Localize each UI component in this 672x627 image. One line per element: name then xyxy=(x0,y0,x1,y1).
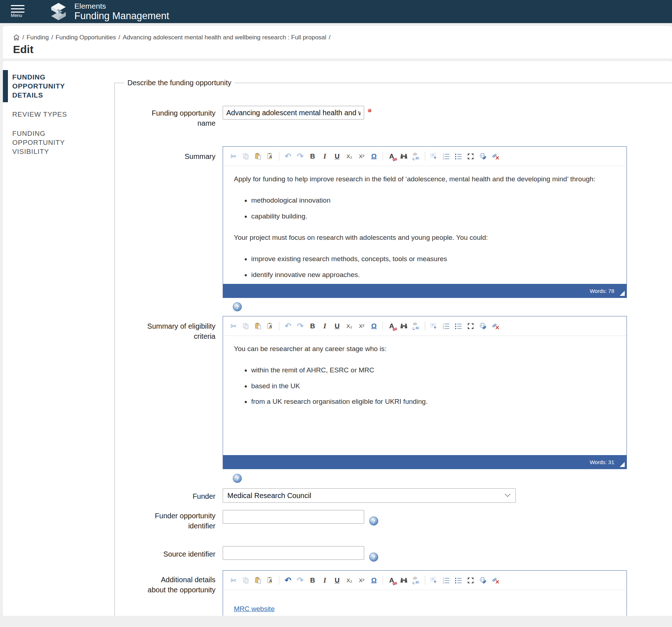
bold-icon[interactable]: B xyxy=(308,322,317,330)
undo-icon[interactable]: ↶ xyxy=(284,152,292,161)
cut-icon[interactable]: ✂ xyxy=(229,322,238,330)
cut-icon[interactable]: ✂ xyxy=(229,576,238,585)
summary-editor-content[interactable]: Apply for funding to help improve resear… xyxy=(223,166,627,284)
maximize-icon[interactable] xyxy=(466,322,475,330)
help-icon[interactable]: ? xyxy=(233,474,242,483)
maximize-icon[interactable] xyxy=(466,152,475,161)
svg-text:3: 3 xyxy=(443,327,444,329)
remove-format-icon[interactable]: A xyxy=(387,152,396,161)
paste-text-icon[interactable]: A xyxy=(266,322,275,330)
source-identifier-row: Source identifier ? xyxy=(120,546,672,562)
italic-icon[interactable]: I xyxy=(320,576,329,585)
numbered-list-icon[interactable]: 123 xyxy=(442,576,450,585)
redo-icon[interactable]: ↷ xyxy=(296,322,305,330)
underline-icon[interactable]: U xyxy=(333,576,341,585)
superscript-icon[interactable]: X² xyxy=(357,322,366,330)
replace-icon[interactable]: abac xyxy=(412,322,420,330)
additional-details-row: Additional details about the opportunity… xyxy=(120,570,672,616)
help-icon[interactable]: ? xyxy=(233,302,242,311)
bulleted-list-icon[interactable] xyxy=(454,322,463,330)
source-identifier-input[interactable] xyxy=(223,546,364,560)
link-icon[interactable] xyxy=(479,576,487,585)
subscript-icon[interactable]: X₂ xyxy=(345,576,354,585)
subscript-icon[interactable]: X₂ xyxy=(345,322,354,330)
bold-icon[interactable]: B xyxy=(308,576,317,585)
cut-icon[interactable]: ✂ xyxy=(229,152,238,161)
subscript-icon[interactable]: X₂ xyxy=(345,152,354,161)
find-icon[interactable] xyxy=(400,322,408,330)
word-count-bar: Words: 31 xyxy=(223,455,627,469)
maximize-icon[interactable] xyxy=(466,576,475,585)
word-count: Words: 78 xyxy=(590,288,614,294)
toolbar-separator xyxy=(279,321,279,330)
unlink-icon[interactable] xyxy=(491,576,499,585)
link-icon[interactable] xyxy=(479,322,487,330)
find-icon[interactable] xyxy=(400,576,408,585)
numbered-list-icon[interactable]: 123 xyxy=(442,152,450,161)
redo-icon[interactable]: ↷ xyxy=(296,576,305,585)
special-character-icon[interactable]: Ω xyxy=(370,576,378,585)
underline-icon[interactable]: U xyxy=(333,322,341,330)
help-icon[interactable]: ? xyxy=(369,516,378,526)
help-icon[interactable]: ? xyxy=(369,553,378,562)
superscript-icon[interactable]: X² xyxy=(357,152,366,161)
paste-text-icon[interactable]: A xyxy=(266,576,275,585)
redo-icon[interactable]: ↷ xyxy=(296,152,305,161)
remove-format-icon[interactable]: A xyxy=(387,576,396,585)
additional-details-editor-content[interactable]: MRC website xyxy=(223,590,627,616)
special-character-icon[interactable]: Ω xyxy=(370,322,378,330)
eligibility-editor-content[interactable]: You can be researcher at any career stag… xyxy=(223,336,627,455)
undo-icon[interactable]: ↶ xyxy=(284,322,292,330)
select-all-icon[interactable] xyxy=(429,322,438,330)
unlink-icon[interactable] xyxy=(491,152,499,161)
select-all-icon[interactable] xyxy=(429,152,438,161)
mrc-website-link[interactable]: MRC website xyxy=(234,605,275,613)
underline-icon[interactable]: U xyxy=(333,152,341,161)
superscript-icon[interactable]: X² xyxy=(357,576,366,585)
italic-icon[interactable]: I xyxy=(320,152,329,161)
copy-icon[interactable] xyxy=(241,576,250,585)
find-icon[interactable] xyxy=(400,152,408,161)
breadcrumb-separator: / xyxy=(22,34,24,41)
numbered-list-icon[interactable]: 123 xyxy=(442,322,450,330)
italic-icon[interactable]: I xyxy=(320,322,329,330)
select-all-icon[interactable] xyxy=(429,576,438,585)
resize-handle[interactable] xyxy=(620,462,625,467)
replace-icon[interactable]: abac xyxy=(412,152,420,161)
copy-icon[interactable] xyxy=(241,322,250,330)
home-icon[interactable] xyxy=(13,34,20,41)
breadcrumb-item[interactable]: Funding Opportunities xyxy=(56,34,116,41)
sidebar-item-review-types[interactable]: REVIEW TYPES xyxy=(3,107,93,121)
funder-opportunity-identifier-input[interactable] xyxy=(223,510,364,524)
copy-icon[interactable] xyxy=(241,152,250,161)
toolbar-separator xyxy=(425,152,425,161)
breadcrumb-item[interactable]: Advancing adolescent mental health and w… xyxy=(123,34,326,41)
editor-toolbar: ✂A↶↷BIUX₂X²ΩAabac123 xyxy=(223,316,627,336)
bulleted-list-icon[interactable] xyxy=(454,152,463,161)
sidebar-item-funding-opportunity-details[interactable]: FUNDING OPPORTUNITY DETAILS xyxy=(3,70,93,102)
toolbar-separator xyxy=(383,576,383,585)
editor-list-item: identify innovative new approaches. xyxy=(251,269,616,280)
editor-toolbar: ✂A↶↷BIUX₂X²ΩAabac123 xyxy=(223,571,627,590)
source-identifier-label: Source identifier xyxy=(163,549,215,562)
paste-icon[interactable] xyxy=(254,322,262,330)
link-icon[interactable] xyxy=(479,152,487,161)
paste-text-icon[interactable]: A xyxy=(266,152,275,161)
replace-icon[interactable]: abac xyxy=(412,576,420,585)
required-indicator xyxy=(368,109,371,112)
funding-opportunity-name-input[interactable] xyxy=(223,106,364,120)
bulleted-list-icon[interactable] xyxy=(454,576,463,585)
toolbar-separator xyxy=(425,576,425,585)
breadcrumb-item[interactable]: Funding xyxy=(27,34,49,41)
menu-button[interactable]: Menu xyxy=(11,5,27,18)
unlink-icon[interactable] xyxy=(491,322,499,330)
sidebar-item-funding-opportunity-visibility[interactable]: FUNDING OPPORTUNITY VISIBILITY xyxy=(3,126,93,159)
undo-icon[interactable]: ↶ xyxy=(284,576,292,585)
bold-icon[interactable]: B xyxy=(308,152,317,161)
funder-select[interactable]: Medical Research Council xyxy=(223,488,516,503)
resize-handle[interactable] xyxy=(620,291,625,296)
paste-icon[interactable] xyxy=(254,152,262,161)
remove-format-icon[interactable]: A xyxy=(387,322,396,330)
paste-icon[interactable] xyxy=(254,576,262,585)
special-character-icon[interactable]: Ω xyxy=(370,152,378,161)
